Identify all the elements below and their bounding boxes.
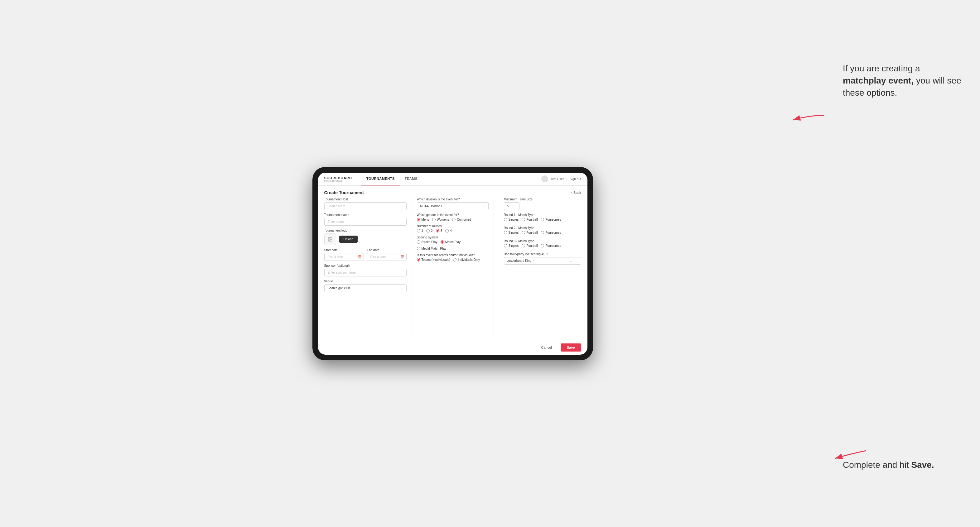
tournament-logo-group: Tournament logo Upload xyxy=(324,229,407,245)
signout-link[interactable]: Sign out xyxy=(570,177,581,181)
page-header: Create Tournament < Back xyxy=(318,186,587,198)
logo-text: SCOREBOARD xyxy=(324,176,352,180)
api-value: Leaderboard King xyxy=(507,259,531,262)
tab-teams[interactable]: TEAMS xyxy=(400,173,423,186)
scoring-medal[interactable]: Medal Match Play xyxy=(417,247,446,250)
division-select[interactable]: NCAA Division I xyxy=(417,202,488,210)
sponsor-input[interactable] xyxy=(324,269,407,276)
division-select-wrapper: NCAA Division I xyxy=(417,202,488,210)
form-area: Tournament Host Tournament name Tourname… xyxy=(318,198,587,340)
round2-fourball[interactable]: Fourball xyxy=(522,231,538,234)
logo-sub: Powered by clippit xyxy=(324,180,352,182)
teams-group: Is this event for Teams and/or Individua… xyxy=(417,253,488,262)
rounds-group: Number of rounds 1 2 xyxy=(417,224,488,232)
image-icon xyxy=(328,237,333,242)
round1-match-type: Round 1 - Match Type Singles Fourball xyxy=(504,213,581,221)
scoring-stroke[interactable]: Stroke Play xyxy=(417,240,438,244)
back-link[interactable]: < Back xyxy=(571,191,581,194)
tab-tournaments[interactable]: TOURNAMENTS xyxy=(361,173,400,186)
round1-singles[interactable]: Singles xyxy=(504,218,519,221)
annotation-bottom-right: Complete and hit Save. xyxy=(843,459,961,471)
form-columns: Tournament Host Tournament name Tourname… xyxy=(324,198,581,337)
round3-foursomes[interactable]: Foursomes xyxy=(541,244,561,248)
rounds-4-label: 4 xyxy=(450,229,452,232)
venue-select[interactable]: Search golf club xyxy=(324,284,407,292)
scoring-group: Scoring system Stroke Play Match Play xyxy=(417,236,488,250)
save-button[interactable]: Save xyxy=(561,343,581,352)
chevron-down-icon: ⌄ xyxy=(570,259,572,262)
round1-singles-label: Singles xyxy=(509,218,519,221)
round3-singles-label: Singles xyxy=(509,244,519,248)
scoring-match[interactable]: Match Play xyxy=(441,240,461,244)
start-date-label: Start date xyxy=(324,248,364,252)
gender-mens[interactable]: Mens xyxy=(417,218,429,221)
teams-teams-label: Teams (+Individuals) xyxy=(422,258,450,262)
round3-singles[interactable]: Singles xyxy=(504,244,519,248)
api-tag: Leaderboard King × xyxy=(507,259,535,263)
arrow-top xyxy=(790,112,827,128)
start-date-input[interactable] xyxy=(324,253,364,261)
scoring-label: Scoring system xyxy=(417,236,488,239)
teams-radio-group: Teams (+Individuals) Individuals Only xyxy=(417,258,488,262)
gender-combined-label: Combined xyxy=(457,218,471,221)
rounds-label: Number of rounds xyxy=(417,224,488,228)
nav-right: Test User | Sign out xyxy=(541,175,581,182)
upload-button[interactable]: Upload xyxy=(339,236,358,243)
form-column-2: Which division is the event for? NCAA Di… xyxy=(412,198,494,337)
rounds-2[interactable]: 2 xyxy=(426,229,433,232)
tablet-screen: SCOREBOARD Powered by clippit TOURNAMENT… xyxy=(318,173,587,355)
division-group: Which division is the event for? NCAA Di… xyxy=(417,198,488,210)
tournament-host-group: Tournament Host xyxy=(324,198,407,210)
gender-mens-label: Mens xyxy=(422,218,429,221)
api-remove-icon[interactable]: × xyxy=(533,259,535,263)
scoring-radio-group: Stroke Play Match Play Medal Match Play xyxy=(417,240,488,250)
gender-womens[interactable]: Womens xyxy=(432,218,449,221)
api-select-box[interactable]: Leaderboard King × ⌄ xyxy=(504,257,581,265)
scoring-match-label: Match Play xyxy=(445,240,461,244)
round2-radio-group: Singles Fourball Foursomes xyxy=(504,231,581,234)
form-footer: Cancel Save xyxy=(318,340,587,355)
scoring-stroke-label: Stroke Play xyxy=(422,240,438,244)
round2-foursomes-label: Foursomes xyxy=(545,231,561,234)
rounds-3[interactable]: 3 xyxy=(436,229,442,232)
end-date-group: End date 📅 xyxy=(367,248,407,261)
cancel-button[interactable]: Cancel xyxy=(536,343,557,352)
round3-fourball[interactable]: Fourball xyxy=(522,244,538,248)
end-date-label: End date xyxy=(367,248,407,252)
rounds-1[interactable]: 1 xyxy=(417,229,423,232)
main-content: Create Tournament < Back Tournament Host… xyxy=(318,186,587,355)
tournament-name-input[interactable] xyxy=(324,218,407,225)
tournament-host-label: Tournament Host xyxy=(324,198,407,201)
max-team-size-group: Maximum Team Size xyxy=(504,198,581,210)
round3-label: Round 3 - Match Type xyxy=(504,239,581,243)
teams-option[interactable]: Teams (+Individuals) xyxy=(417,258,450,262)
round1-label: Round 1 - Match Type xyxy=(504,213,581,217)
venue-label: Venue xyxy=(324,279,407,283)
individuals-option[interactable]: Individuals Only xyxy=(453,258,480,262)
sponsor-group: Sponsor (optional) xyxy=(324,264,407,276)
gender-womens-label: Womens xyxy=(437,218,449,221)
end-date-input[interactable] xyxy=(367,253,407,261)
api-group: Use third-party live scoring API? Leader… xyxy=(504,252,581,265)
tournament-host-input[interactable] xyxy=(324,202,407,210)
round1-fourball[interactable]: Fourball xyxy=(522,218,538,221)
gender-combined[interactable]: Combined xyxy=(452,218,471,221)
round2-foursomes[interactable]: Foursomes xyxy=(541,231,561,234)
round1-foursomes[interactable]: Foursomes xyxy=(541,218,561,221)
nav-tabs: TOURNAMENTS TEAMS xyxy=(361,173,423,186)
form-column-1: Tournament Host Tournament name Tourname… xyxy=(324,198,407,337)
round3-radio-group: Singles Fourball Foursomes xyxy=(504,244,581,248)
rounds-4[interactable]: 4 xyxy=(445,229,452,232)
venue-select-wrapper: Search golf club xyxy=(324,284,407,292)
round2-singles[interactable]: Singles xyxy=(504,231,519,234)
tablet-frame: SCOREBOARD Powered by clippit TOURNAMENT… xyxy=(312,167,593,360)
round2-match-type: Round 2 - Match Type Singles Fourball xyxy=(504,226,581,234)
svg-point-1 xyxy=(329,238,329,239)
gender-radio-group: Mens Womens Combined xyxy=(417,218,488,221)
annotation-top-right: If you are creating a matchplay event, y… xyxy=(843,62,961,99)
start-date-group: Start date 📅 xyxy=(324,248,364,261)
division-label: Which division is the event for? xyxy=(417,198,488,201)
avatar xyxy=(541,175,548,182)
max-team-size-input[interactable] xyxy=(504,202,519,210)
teams-individuals-label: Individuals Only xyxy=(458,258,480,262)
